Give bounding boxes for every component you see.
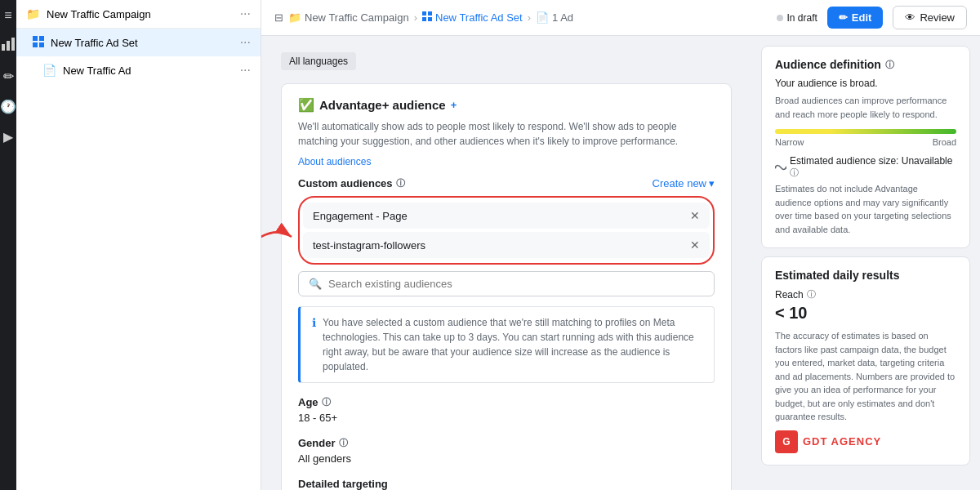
meter-bar — [775, 129, 956, 134]
left-panel: 📁 New Traffic Campaign ··· New Traffic A… — [16, 0, 261, 490]
edit-label: Edit — [852, 11, 872, 24]
audience-broad-text: Your audience is broad. — [775, 78, 956, 89]
campaign-folder-icon: 📁 — [26, 7, 40, 20]
sidebar-icon-bar: ≡ ✏ 🕐 ▶ — [0, 0, 16, 490]
audience-item-label-1: Engagement - Page — [313, 210, 408, 222]
advantage-title: Advantage+ audience — [319, 98, 446, 112]
sidebar-icon-chart[interactable] — [0, 38, 16, 54]
nav-campaign[interactable]: 📁 New Traffic Campaign ··· — [16, 0, 261, 29]
svg-rect-3 — [33, 36, 38, 41]
breadcrumb-ad: 📄 1 Ad — [536, 11, 573, 24]
reach-info-icon[interactable]: ⓘ — [807, 288, 816, 301]
check-circle-icon: ✅ — [298, 97, 314, 113]
narrow-label: Narrow — [775, 137, 804, 147]
adset-more-btn[interactable]: ··· — [240, 35, 251, 50]
reach-value: < 10 — [775, 304, 956, 323]
sidebar-icon-expand[interactable]: ▶ — [0, 129, 16, 145]
audience-remove-1[interactable]: ✕ — [690, 209, 700, 222]
advantage-header: ✅ Advantage+ audience + — [298, 97, 715, 113]
language-tag: All languages — [281, 52, 356, 70]
adset-label: New Traffic Ad Set — [51, 37, 138, 49]
advantage-desc: We'll automatically show ads to people m… — [298, 119, 715, 149]
est-size-desc: Estimates do not include Advantage audie… — [775, 182, 956, 236]
about-audiences-link[interactable]: About audiences — [298, 156, 371, 167]
est-size-label: Estimated audience size: Unavailable ⓘ — [790, 155, 956, 179]
breadcrumb-adset: New Traffic Ad Set — [422, 11, 523, 24]
audience-item-label-2: test-instagram-followers — [313, 239, 425, 252]
audience-item-instagram: test-instagram-followers ✕ — [303, 232, 710, 258]
bc-sep-2: › — [528, 11, 531, 24]
search-existing-audiences-box[interactable]: 🔍 — [298, 271, 715, 296]
campaign-more-btn[interactable]: ··· — [240, 7, 251, 21]
breadcrumb-bar: ⊟ 📁 New Traffic Campaign › New Traffic A… — [261, 0, 980, 36]
gender-label: Gender ⓘ — [298, 437, 715, 449]
ad-more-btn[interactable]: ··· — [240, 63, 251, 78]
estimated-daily-results-card: Estimated daily results Reach ⓘ < 10 The… — [761, 256, 970, 466]
bc-sep-1: › — [414, 11, 417, 24]
audience-item-engagement: Engagement - Page ✕ — [303, 203, 710, 229]
create-new-btn[interactable]: Create new ▾ — [653, 177, 715, 189]
sidebar-icon-menu[interactable]: ≡ — [0, 8, 16, 23]
gender-value: All genders — [298, 452, 715, 465]
adset-grid-icon — [33, 36, 44, 50]
age-info-icon[interactable]: ⓘ — [322, 396, 331, 408]
bc-ad-label: 1 Ad — [552, 11, 573, 24]
est-daily-title: Estimated daily results — [775, 269, 956, 282]
bc-folder-icon: 📁 — [288, 11, 301, 24]
accuracy-text: The accuracy of estimates is based on fa… — [775, 329, 956, 424]
annotation-arrow — [261, 220, 298, 253]
right-panel: Audience definition ⓘ Your audience is b… — [751, 36, 980, 490]
custom-audiences-info-icon[interactable]: ⓘ — [396, 177, 405, 189]
gdt-logo-text: GDT AGENCY — [803, 435, 881, 448]
svg-rect-9 — [422, 17, 426, 21]
gdt-logo-icon: G — [775, 430, 798, 453]
bc-adset-label: New Traffic Ad Set — [435, 11, 523, 24]
reach-label: Reach ⓘ — [775, 288, 956, 301]
sidebar-icon-clock[interactable]: 🕐 — [0, 99, 16, 114]
search-audiences-input[interactable] — [328, 278, 704, 290]
draft-badge: In draft — [777, 12, 817, 24]
breadcrumb-toggle[interactable]: ⊟ — [274, 11, 283, 24]
audience-broad-desc: Broad audiences can improve performance … — [775, 94, 956, 121]
info-box-text: You have selected a custom audience that… — [323, 315, 702, 374]
audience-items-box: Engagement - Page ✕ test-instagram-follo… — [298, 196, 715, 265]
breadcrumb-right: In draft ✏ Edit 👁 Review — [777, 6, 967, 29]
targeting-label: Detailed targeting — [298, 478, 715, 490]
audience-remove-2[interactable]: ✕ — [690, 238, 700, 252]
bc-campaign-label: New Traffic Campaign — [305, 11, 409, 24]
create-new-chevron-icon: ▾ — [709, 177, 715, 189]
toggle-panel-icon[interactable]: ⊟ — [274, 11, 283, 24]
main-area: ⊟ 📁 New Traffic Campaign › New Traffic A… — [261, 0, 980, 490]
review-eye-icon: 👁 — [905, 11, 915, 24]
main-content: All languages ✅ Advantage+ audience + We… — [261, 36, 751, 490]
nav-adset[interactable]: New Traffic Ad Set ··· — [16, 29, 261, 56]
advantage-plus-btn[interactable]: + — [451, 99, 457, 111]
svg-rect-2 — [11, 38, 15, 51]
est-size-info-icon[interactable]: ⓘ — [790, 167, 799, 177]
svg-rect-10 — [428, 17, 432, 21]
gender-section: Gender ⓘ All genders — [298, 437, 715, 465]
audience-info-box: ℹ You have selected a custom audience th… — [298, 306, 715, 383]
sidebar-icon-edit[interactable]: ✏ — [0, 69, 16, 84]
audience-definition-card: Audience definition ⓘ Your audience is b… — [761, 46, 970, 248]
advantage-audience-card: ✅ Advantage+ audience + We'll automatica… — [281, 83, 732, 490]
nav-ad[interactable]: 📄 New Traffic Ad ··· — [16, 56, 261, 84]
meter-labels: Narrow Broad — [775, 137, 956, 147]
age-section: Age ⓘ 18 - 65+ — [298, 396, 715, 424]
audience-def-info-icon[interactable]: ⓘ — [885, 59, 894, 71]
broad-label: Broad — [933, 137, 956, 147]
content-area: All languages ✅ Advantage+ audience + We… — [261, 36, 980, 490]
svg-rect-5 — [33, 42, 38, 47]
bc-ad-icon: 📄 — [536, 11, 549, 24]
edit-button[interactable]: ✏ Edit — [827, 7, 884, 29]
audience-def-title: Audience definition ⓘ — [775, 58, 956, 71]
svg-rect-0 — [2, 44, 5, 51]
review-button[interactable]: 👁 Review — [893, 6, 967, 29]
svg-rect-6 — [39, 42, 44, 47]
review-label: Review — [920, 11, 955, 24]
gender-info-icon[interactable]: ⓘ — [339, 437, 348, 449]
svg-rect-4 — [39, 36, 44, 41]
custom-audiences-header: Custom audiences ⓘ Create new ▾ — [298, 177, 715, 189]
svg-rect-8 — [428, 11, 432, 16]
info-box-icon: ℹ — [312, 316, 316, 374]
